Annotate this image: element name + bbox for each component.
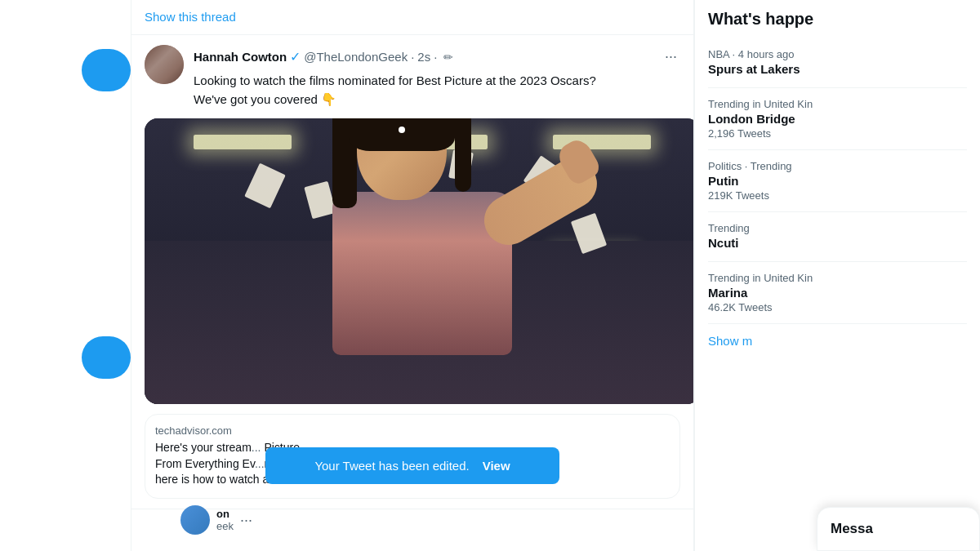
- char-bindi: [399, 127, 405, 133]
- author-handle: @TheLondonGeek: [304, 50, 408, 64]
- main-content: Show this thread Hannah Cowton ✓ @TheLon…: [131, 0, 694, 551]
- trending-title-ncuti: Ncuti: [708, 236, 967, 250]
- nav-button-2[interactable]: [82, 336, 131, 379]
- toast-notification: Your Tweet has been edited. View: [265, 447, 559, 484]
- tweet-header: Hannah Cowton ✓ @TheLondonGeek · 2s · ✏ …: [145, 45, 680, 109]
- trending-count-marina: 46.2K Tweets: [708, 301, 967, 313]
- whats-happening-title: What's happe: [708, 10, 967, 29]
- more-options-button[interactable]: ···: [662, 45, 680, 69]
- tweet-image[interactable]: [145, 118, 694, 404]
- tweet-meta: Hannah Cowton ✓ @TheLondonGeek · 2s · ✏ …: [194, 45, 680, 109]
- bottom-user-info: on eek ···: [180, 505, 252, 535]
- tweet-text-line2: We've got you covered 👇: [194, 92, 336, 106]
- toast-message: Your Tweet has been edited.: [314, 459, 469, 473]
- ceiling-light-1: [194, 135, 292, 149]
- trending-count-putin: 219K Tweets: [708, 189, 967, 202]
- trending-item-london[interactable]: Trending in United Kin London Bridge 2,1…: [708, 88, 967, 150]
- link-domain: techadvisor.com: [155, 424, 670, 437]
- trending-title-nba: Spurs at Lakers: [708, 62, 967, 76]
- left-sidebar: [0, 0, 131, 551]
- avatar[interactable]: [145, 45, 184, 84]
- nav-button-1[interactable]: [82, 49, 131, 91]
- trending-item-ncuti[interactable]: Trending Ncuti: [708, 212, 967, 262]
- avatar-image: [145, 45, 184, 84]
- bottom-display-name: on: [216, 508, 234, 520]
- trending-category-ncuti: Trending: [708, 222, 967, 234]
- trending-count-london: 2,196 Tweets: [708, 127, 967, 140]
- toast-view-link[interactable]: View: [483, 459, 510, 473]
- tweet-timestamp: 2s: [417, 50, 430, 64]
- messages-title: Messa: [831, 521, 966, 537]
- right-sidebar: What's happe NBA · 4 hours ago Spurs at …: [694, 0, 980, 551]
- verified-badge: ✓: [290, 49, 301, 64]
- tweet-container: Hannah Cowton ✓ @TheLondonGeek · 2s · ✏ …: [131, 35, 693, 509]
- movie-scene-bg: [145, 118, 694, 404]
- tweet-dot: ·: [434, 50, 437, 64]
- trending-item-nba[interactable]: NBA · 4 hours ago Spurs at Lakers: [708, 38, 967, 88]
- bottom-more-button[interactable]: ···: [240, 512, 252, 529]
- bottom-handle: eek: [216, 520, 234, 532]
- char-face: [357, 118, 447, 200]
- author-name: Hannah Cowton: [194, 50, 287, 64]
- trending-title-putin: Putin: [708, 174, 967, 188]
- movie-character: [292, 143, 553, 355]
- trending-title-london: London Bridge: [708, 112, 967, 126]
- author-info: Hannah Cowton ✓ @TheLondonGeek · 2s · ✏: [194, 49, 453, 64]
- show-more-link[interactable]: Show m: [708, 324, 967, 358]
- trending-category-marina: Trending in United Kin: [708, 272, 967, 284]
- tweet-text: Looking to watch the films nominated for…: [194, 72, 680, 109]
- bottom-avatar[interactable]: [180, 505, 210, 535]
- char-head: [357, 118, 455, 208]
- edit-icon: ✏: [443, 51, 453, 64]
- tweet-text-line1: Looking to watch the films nominated for…: [194, 73, 596, 87]
- paper-1: [244, 163, 286, 209]
- bottom-name: on eek: [216, 508, 234, 532]
- tweet-author-line: Hannah Cowton ✓ @TheLondonGeek · 2s · ✏ …: [194, 45, 680, 69]
- trending-title-marina: Marina: [708, 286, 967, 300]
- trending-category-putin: Politics · Trending: [708, 160, 967, 172]
- show-thread-link[interactable]: Show this thread: [145, 10, 236, 24]
- trending-item-marina[interactable]: Trending in United Kin Marina 46.2K Twee…: [708, 262, 967, 324]
- show-thread-container: Show this thread: [131, 0, 693, 35]
- trending-category-nba: NBA · 4 hours ago: [708, 48, 967, 60]
- messages-box[interactable]: Messa: [817, 507, 980, 551]
- char-hair-side-right: [455, 118, 471, 192]
- trending-category-london: Trending in United Kin: [708, 98, 967, 110]
- tweet-time: ·: [411, 50, 414, 64]
- char-hair: [349, 118, 455, 151]
- trending-item-putin[interactable]: Politics · Trending Putin 219K Tweets: [708, 150, 967, 212]
